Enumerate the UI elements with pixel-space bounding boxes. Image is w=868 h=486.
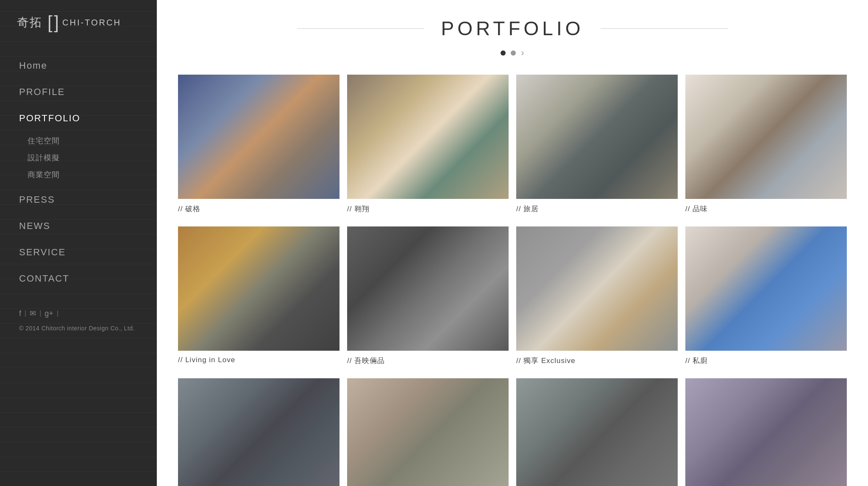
- portfolio-image-xiangxiang: [347, 75, 509, 199]
- portfolio-grid-row1: // 破格 // 翱翔 // 旅居 // 品味: [178, 75, 847, 214]
- portfolio-thumb-living: [178, 226, 339, 351]
- logo-area: 奇拓 [ ] CHI-TORCH: [0, 0, 157, 48]
- portfolio-item-xiangxiang[interactable]: // 翱翔: [347, 75, 509, 214]
- portfolio-item-duxiang[interactable]: // 獨享 Exclusive: [516, 226, 678, 366]
- portfolio-thumb-b4: [685, 378, 847, 486]
- portfolio-thumb-wuying: [347, 226, 509, 351]
- logo-english: CHI-TORCH: [62, 18, 121, 28]
- portfolio-grid-row3: [178, 378, 847, 486]
- portfolio-thumb-lvju: [516, 75, 678, 199]
- portfolio-label-poge: // 破格: [178, 204, 339, 214]
- portfolio-item-lvju[interactable]: // 旅居: [516, 75, 678, 214]
- portfolio-image-duxiang: [516, 226, 678, 351]
- nav-item-profile: PROFILE: [0, 79, 157, 105]
- portfolio-thumb-pinwei: [685, 75, 847, 199]
- portfolio-item-b4[interactable]: [685, 378, 847, 486]
- divider-3: |: [57, 310, 58, 317]
- nav-sub-item-design-sim: 設計模擬: [0, 149, 157, 166]
- nav-link-contact[interactable]: CONTACT: [0, 265, 157, 292]
- portfolio-image-pinwei: [685, 75, 847, 199]
- portfolio-item-pinwei[interactable]: // 品味: [685, 75, 847, 214]
- portfolio-image-sicheng: [685, 226, 847, 351]
- portfolio-header: PORTFOLIO: [178, 17, 847, 40]
- nav-sub-link-design-sim[interactable]: 設計模擬: [0, 149, 157, 166]
- portfolio-item-living[interactable]: // Living in Love: [178, 226, 339, 366]
- main-nav: Home PROFILE PORTFOLIO 住宅空間 設計模擬 商業空間: [0, 48, 157, 296]
- portfolio-thumb-duxiang: [516, 226, 678, 351]
- header-line-right: [601, 28, 728, 29]
- portfolio-image-b1: [178, 378, 339, 486]
- social-icons: f | ✉ | g+ |: [19, 309, 138, 318]
- portfolio-thumb-poge: [178, 75, 339, 199]
- nav-item-service: SERVICE: [0, 239, 157, 265]
- portfolio-thumb-b1: [178, 378, 339, 486]
- facebook-icon[interactable]: f: [19, 309, 21, 318]
- nav-link-home[interactable]: Home: [0, 53, 157, 79]
- copyright: © 2014 Chitorch interior Design Co., Ltd…: [19, 325, 138, 332]
- portfolio-image-poge: [178, 75, 339, 199]
- nav-link-news[interactable]: NEWS: [0, 213, 157, 239]
- portfolio-label-living: // Living in Love: [178, 356, 339, 364]
- divider-2: |: [39, 310, 41, 317]
- main-content: PORTFOLIO › // 破格 // 翱翔 // 旅居: [157, 0, 868, 486]
- nav-item-press: PRESS: [0, 187, 157, 213]
- portfolio-thumb-sicheng: [685, 226, 847, 351]
- email-icon[interactable]: ✉: [30, 309, 36, 318]
- portfolio-label-xiangxiang: // 翱翔: [347, 204, 509, 214]
- nav-item-contact: CONTACT: [0, 265, 157, 292]
- header-line-left: [297, 28, 424, 29]
- nav-list: Home PROFILE PORTFOLIO 住宅空間 設計模擬 商業空間: [0, 48, 157, 296]
- portfolio-thumb-xiangxiang: [347, 75, 509, 199]
- portfolio-label-wuying: // 吾映倆品: [347, 356, 509, 366]
- portfolio-label-lvju: // 旅居: [516, 204, 678, 214]
- pagination: ›: [178, 48, 847, 58]
- nav-sub-item-commercial: 商業空間: [0, 166, 157, 183]
- portfolio-image-wuying: [347, 226, 509, 351]
- portfolio-label-pinwei: // 品味: [685, 204, 847, 214]
- portfolio-thumb-b2: [347, 378, 509, 486]
- nav-item-home: Home: [0, 53, 157, 79]
- portfolio-image-lvju: [516, 75, 678, 199]
- sidebar: 奇拓 [ ] CHI-TORCH Home PROFILE PORTFOLIO …: [0, 0, 157, 486]
- portfolio-item-wuying[interactable]: // 吾映倆品: [347, 226, 509, 366]
- nav-link-profile[interactable]: PROFILE: [0, 79, 157, 105]
- nav-link-service[interactable]: SERVICE: [0, 239, 157, 265]
- googleplus-icon[interactable]: g+: [45, 309, 53, 318]
- nav-sub-link-residential[interactable]: 住宅空間: [0, 132, 157, 149]
- nav-item-news: NEWS: [0, 213, 157, 239]
- portfolio-image-b2: [347, 378, 509, 486]
- portfolio-image-b4: [685, 378, 847, 486]
- portfolio-item-sicheng[interactable]: // 私廚: [685, 226, 847, 366]
- portfolio-item-b2[interactable]: [347, 378, 509, 486]
- pagination-dot-1[interactable]: [501, 50, 506, 56]
- pagination-next-arrow[interactable]: ›: [521, 48, 524, 58]
- portfolio-grid-row2: // Living in Love // 吾映倆品 // 獨享 Exclusiv…: [178, 226, 847, 366]
- sidebar-footer: f | ✉ | g+ | © 2014 Chitorch interior De…: [0, 296, 157, 344]
- portfolio-label-duxiang: // 獨享 Exclusive: [516, 356, 678, 366]
- portfolio-title: PORTFOLIO: [424, 17, 601, 40]
- logo-chinese: 奇拓: [17, 14, 42, 31]
- nav-link-portfolio[interactable]: PORTFOLIO: [0, 105, 157, 131]
- portfolio-thumb-b3: [516, 378, 678, 486]
- pagination-dot-2[interactable]: [511, 50, 516, 56]
- logo-bracket: [ ]: [47, 14, 57, 31]
- nav-item-portfolio: PORTFOLIO 住宅空間 設計模擬 商業空間: [0, 105, 157, 187]
- nav-sub-item-residential: 住宅空間: [0, 132, 157, 149]
- divider-1: |: [25, 310, 26, 317]
- nav-sub-portfolio: 住宅空間 設計模擬 商業空間: [0, 131, 157, 187]
- portfolio-item-poge[interactable]: // 破格: [178, 75, 339, 214]
- nav-sub-link-commercial[interactable]: 商業空間: [0, 166, 157, 183]
- portfolio-image-living: [178, 226, 339, 351]
- portfolio-label-sicheng: // 私廚: [685, 356, 847, 366]
- portfolio-item-b3[interactable]: [516, 378, 678, 486]
- nav-link-press[interactable]: PRESS: [0, 187, 157, 213]
- portfolio-item-b1[interactable]: [178, 378, 339, 486]
- portfolio-image-b3: [516, 378, 678, 486]
